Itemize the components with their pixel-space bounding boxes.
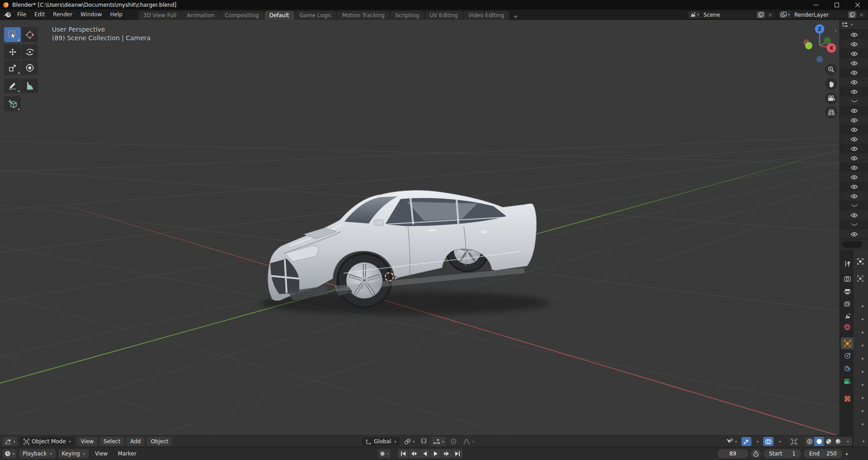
timeline-view-menu[interactable]: View (91, 449, 111, 458)
pivot-point-dropdown[interactable]: ▾ (402, 437, 416, 446)
outliner-visibility-row[interactable] (840, 87, 868, 96)
menu-window[interactable]: Window (76, 10, 106, 19)
panel-collapse-arrow[interactable]: ‹ (835, 28, 836, 34)
workspace-tab-video-editing[interactable]: Video Editing (463, 11, 509, 20)
menu-edit[interactable]: Edit (30, 10, 49, 19)
shading-solid-button[interactable] (814, 437, 824, 446)
close-button[interactable] (847, 0, 868, 9)
menu-select[interactable]: Select (100, 437, 124, 446)
scene-copy-button[interactable] (757, 11, 765, 18)
workspace-tab-game-logic[interactable]: Game Logic (295, 11, 337, 20)
playback-menu[interactable]: Playback▾ (19, 449, 56, 458)
outliner-visibility-row[interactable] (840, 144, 868, 153)
menu-view[interactable]: View (77, 437, 97, 446)
zoom-button[interactable] (825, 63, 837, 76)
outliner-visibility-row[interactable] (840, 125, 868, 134)
scene-name-field[interactable]: Scene (701, 10, 755, 19)
scene-unlink-button[interactable]: × (766, 11, 774, 18)
editor-type-3d-viewport-button[interactable]: ▾ (3, 437, 17, 446)
add-workspace-button[interactable]: + (509, 13, 522, 20)
outliner-collapsed-row[interactable] (840, 96, 868, 106)
outliner-visibility-row[interactable] (840, 106, 868, 115)
jump-to-start-button[interactable] (398, 449, 408, 458)
properties-tab-texture[interactable] (841, 393, 854, 404)
timeline-marker-menu[interactable]: Marker (114, 449, 140, 458)
workspace-tab-scripting[interactable]: Scripting (390, 11, 424, 20)
shading-dropdown[interactable]: ▾ (843, 437, 852, 446)
proportional-falloff-dropdown[interactable]: ▾ (461, 437, 476, 446)
properties-tab-output[interactable] (841, 285, 854, 297)
properties-tab-physics[interactable] (841, 362, 854, 374)
workspace-tab-default[interactable]: Default (264, 11, 294, 20)
workspace-tab-motion-tracking[interactable]: Motion Tracking (337, 11, 389, 20)
outliner-display-mode-icon[interactable] (842, 22, 849, 28)
tool-measure[interactable] (21, 78, 38, 93)
proportional-editing-toggle[interactable] (448, 437, 458, 446)
camera-view-button[interactable] (825, 92, 837, 104)
snap-toggle[interactable] (419, 437, 429, 446)
properties-editor-type-button[interactable] (842, 241, 862, 248)
menu-file[interactable]: File (13, 10, 30, 19)
menu-object[interactable]: Object (147, 437, 172, 446)
frame-end-field[interactable]: End 250 (804, 449, 842, 458)
tool-select-box[interactable] (4, 27, 21, 42)
xray-toggle[interactable] (789, 437, 799, 446)
shading-rendered-button[interactable] (833, 437, 843, 446)
outliner-visibility-row[interactable] (840, 153, 868, 163)
outliner-visibility-row[interactable] (840, 49, 868, 58)
tool-rotate[interactable] (21, 44, 38, 59)
properties-tab-render[interactable] (841, 273, 854, 285)
render-layer-copy-button[interactable] (848, 11, 856, 18)
show-gizmo-dropdown[interactable]: ▾ (724, 437, 739, 446)
outliner-visibility-row[interactable] (840, 30, 868, 39)
snap-target-dropdown[interactable]: ▾ (431, 437, 446, 446)
auto-keying-toggle[interactable]: ▾ (378, 449, 391, 458)
outliner-visibility-row[interactable] (840, 58, 868, 68)
gizmos-toggle[interactable] (741, 437, 751, 446)
render-layer-unlink-button[interactable]: × (858, 11, 865, 18)
use-preview-range-button[interactable] (751, 449, 761, 458)
next-keyframe-button[interactable] (441, 449, 452, 458)
mode-dropdown[interactable]: Object Mode ▾ (20, 437, 75, 446)
jump-to-end-button[interactable] (452, 449, 462, 458)
editor-type-timeline-button[interactable]: ▾ (3, 449, 16, 458)
workspace-tab-compositing[interactable]: Compositing (220, 11, 264, 20)
properties-tab-object-data[interactable] (841, 375, 854, 387)
outliner-visibility-row[interactable] (840, 163, 868, 172)
pan-button[interactable] (825, 78, 837, 90)
tool-add-cube[interactable] (4, 96, 21, 111)
menu-add[interactable]: Add (127, 437, 144, 446)
toggle-ortho-button[interactable] (825, 106, 837, 119)
properties-panel-strip[interactable] (854, 250, 868, 447)
outliner-visibility-row[interactable] (840, 77, 868, 87)
outliner-visibility-row[interactable] (840, 68, 868, 77)
frame-start-field[interactable]: Start 1 (764, 449, 801, 458)
tool-scale[interactable] (4, 60, 21, 75)
properties-tab-view-layer[interactable] (841, 298, 854, 309)
menu-help[interactable]: Help (106, 10, 126, 19)
outliner-visibility-row[interactable] (840, 182, 868, 191)
outliner-collapsed-row[interactable] (840, 201, 868, 210)
properties-tab-tool[interactable] (841, 258, 854, 270)
current-frame-field[interactable]: 89 (717, 449, 748, 458)
render-layer-name-field[interactable]: RenderLayer (792, 10, 847, 19)
workspace-tab-animation[interactable]: Animation (182, 11, 219, 20)
viewport-3d[interactable]: User Perspective (89) Scene Collection |… (0, 20, 840, 435)
properties-tab-constraints[interactable] (841, 350, 854, 361)
overlays-dropdown[interactable]: ▾ (776, 437, 783, 446)
outliner-visibility-row[interactable] (840, 134, 868, 144)
shading-wireframe-button[interactable] (805, 437, 814, 446)
outliner-visibility-row[interactable] (840, 191, 868, 201)
properties-tab-object[interactable] (841, 337, 854, 349)
outliner-visibility-row[interactable] (840, 229, 868, 239)
tool-transform[interactable] (21, 60, 38, 75)
viewport-canvas[interactable] (0, 20, 840, 435)
menu-render[interactable]: Render (49, 10, 76, 19)
properties-tab-scene[interactable] (841, 310, 854, 322)
render-layer-browse-button[interactable]: ▾ (778, 10, 792, 19)
transform-orientation-dropdown[interactable]: Global ▾ (362, 437, 400, 446)
play-reverse-button[interactable] (420, 449, 430, 458)
blender-app-icon[interactable] (4, 12, 11, 18)
outliner-collapsed-row[interactable] (840, 220, 868, 229)
workspace-tab-3d-view-full[interactable]: 3D View Full (138, 11, 182, 20)
